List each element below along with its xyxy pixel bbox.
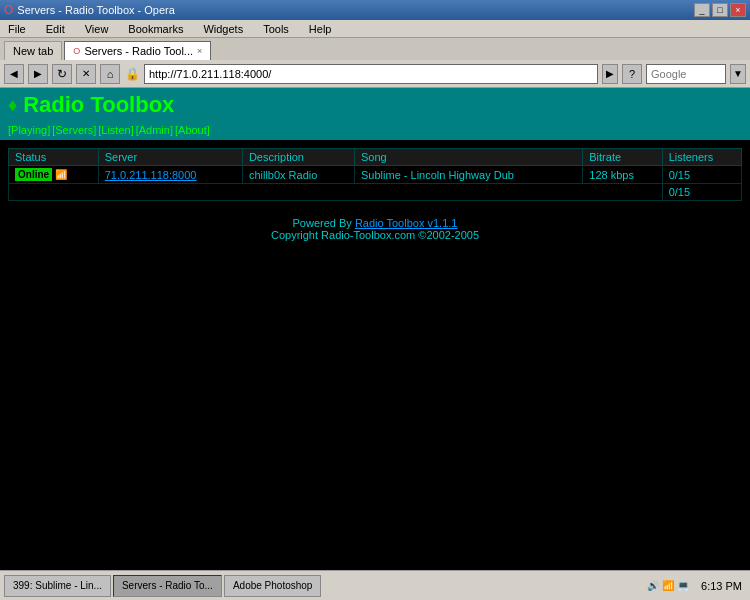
page-icon: ♦ — [8, 95, 17, 116]
tab-favicon: O — [73, 46, 80, 56]
nav-playing[interactable]: [Playing] — [8, 124, 50, 136]
title-bar-controls[interactable]: _ □ × — [694, 3, 746, 17]
search-input[interactable] — [646, 64, 726, 84]
nav-servers[interactable]: [Servers] — [52, 124, 96, 136]
menu-help[interactable]: Help — [305, 22, 336, 36]
opera-icon: O — [4, 3, 13, 17]
table-header-row: Status Server Description Song Bitrate L… — [9, 149, 742, 166]
sys-tray-icons: 🔊 📶 💻 — [647, 580, 689, 591]
title-bar-title: O Servers - Radio Toolbox - Opera — [4, 3, 175, 17]
tab-bar: New tab O Servers - Radio Tool... × — [0, 38, 750, 60]
menu-widgets[interactable]: Widgets — [199, 22, 247, 36]
clock: 6:13 PM — [697, 580, 746, 592]
search-go-button[interactable]: ▼ — [730, 64, 746, 84]
reload-button[interactable]: ↻ — [52, 64, 72, 84]
page-header: ♦ Radio Toolbox — [0, 88, 750, 122]
cell-server[interactable]: 71.0.211.118:8000 — [98, 166, 242, 184]
menu-view[interactable]: View — [81, 22, 113, 36]
home-button[interactable]: ⌂ — [100, 64, 120, 84]
window-title: Servers - Radio Toolbox - Opera — [17, 4, 175, 16]
taskbar-start-area: 399: Sublime - Lin... Servers - Radio To… — [4, 575, 639, 597]
forward-button[interactable]: ▶ — [28, 64, 48, 84]
col-server: Server — [98, 149, 242, 166]
menu-edit[interactable]: Edit — [42, 22, 69, 36]
page-title: Radio Toolbox — [23, 92, 174, 118]
menu-bar: File Edit View Bookmarks Widgets Tools H… — [0, 20, 750, 38]
stop-button[interactable]: ✕ — [76, 64, 96, 84]
nav-admin[interactable]: [Admin] — [136, 124, 173, 136]
taskbar-item-servers[interactable]: Servers - Radio To... — [113, 575, 222, 597]
cell-listeners-secondary: 0/15 — [662, 184, 741, 201]
cell-listeners: 0/15 — [662, 166, 741, 184]
cell-description: chillb0x Radio — [242, 166, 354, 184]
server-signal-icon: 📶 — [55, 169, 67, 180]
cell-bitrate: 128 kbps — [583, 166, 662, 184]
server-table: Status Server Description Song Bitrate L… — [8, 148, 742, 201]
table-row-secondary: 0/15 — [9, 184, 742, 201]
nav-menu: [Playing] [Servers] [Listen] [Admin] [Ab… — [0, 122, 750, 140]
taskbar-label-photoshop: Adobe Photoshop — [233, 580, 313, 591]
taskbar: 399: Sublime - Lin... Servers - Radio To… — [0, 570, 750, 600]
status-badge: Online — [15, 168, 52, 181]
footer-powered-text: Powered By — [293, 217, 355, 229]
minimize-button[interactable]: _ — [694, 3, 710, 17]
cell-song: Sublime - Lincoln Highway Dub — [355, 166, 583, 184]
content-area: Status Server Description Song Bitrate L… — [0, 140, 750, 209]
tab-newtab-label: New tab — [13, 45, 53, 57]
go-button[interactable]: ▶ — [602, 64, 618, 84]
taskbar-label-servers: Servers - Radio To... — [122, 580, 213, 591]
table-row: Online 📶 71.0.211.118:8000 chillb0x Radi… — [9, 166, 742, 184]
address-bar: ◀ ▶ ↻ ✕ ⌂ 🔒 ▶ ? ▼ — [0, 60, 750, 88]
nav-listen[interactable]: [Listen] — [98, 124, 133, 136]
footer-powered: Powered By Radio Toolbox v1.1.1 — [8, 217, 742, 229]
cell-status: Online 📶 — [9, 166, 99, 184]
back-button[interactable]: ◀ — [4, 64, 24, 84]
col-description: Description — [242, 149, 354, 166]
tab-newtab[interactable]: New tab — [4, 41, 62, 60]
footer-copyright: Copyright Radio-Toolbox.com ©2002-2005 — [8, 229, 742, 241]
title-bar: O Servers - Radio Toolbox - Opera _ □ × — [0, 0, 750, 20]
help-button[interactable]: ? — [622, 64, 642, 84]
menu-tools[interactable]: Tools — [259, 22, 293, 36]
sys-tray: 🔊 📶 💻 — [643, 580, 693, 591]
col-song: Song — [355, 149, 583, 166]
footer-link[interactable]: Radio Toolbox v1.1.1 — [355, 217, 458, 229]
tab-servers-label: Servers - Radio Tool... — [84, 45, 193, 57]
close-button[interactable]: × — [730, 3, 746, 17]
maximize-button[interactable]: □ — [712, 3, 728, 17]
menu-bookmarks[interactable]: Bookmarks — [124, 22, 187, 36]
address-input[interactable] — [144, 64, 598, 84]
nav-about[interactable]: [About] — [175, 124, 210, 136]
col-listeners: Listeners — [662, 149, 741, 166]
ssl-icon: 🔒 — [124, 66, 140, 82]
taskbar-label-sublime: 399: Sublime - Lin... — [13, 580, 102, 591]
menu-file[interactable]: File — [4, 22, 30, 36]
col-status: Status — [9, 149, 99, 166]
tab-servers[interactable]: O Servers - Radio Tool... × — [64, 41, 211, 60]
browser-content: ♦ Radio Toolbox [Playing] [Servers] [Lis… — [0, 88, 750, 570]
page-footer: Powered By Radio Toolbox v1.1.1 Copyrigh… — [0, 209, 750, 249]
taskbar-item-photoshop[interactable]: Adobe Photoshop — [224, 575, 322, 597]
col-bitrate: Bitrate — [583, 149, 662, 166]
tab-close-icon[interactable]: × — [197, 46, 202, 56]
taskbar-item-sublime[interactable]: 399: Sublime - Lin... — [4, 575, 111, 597]
